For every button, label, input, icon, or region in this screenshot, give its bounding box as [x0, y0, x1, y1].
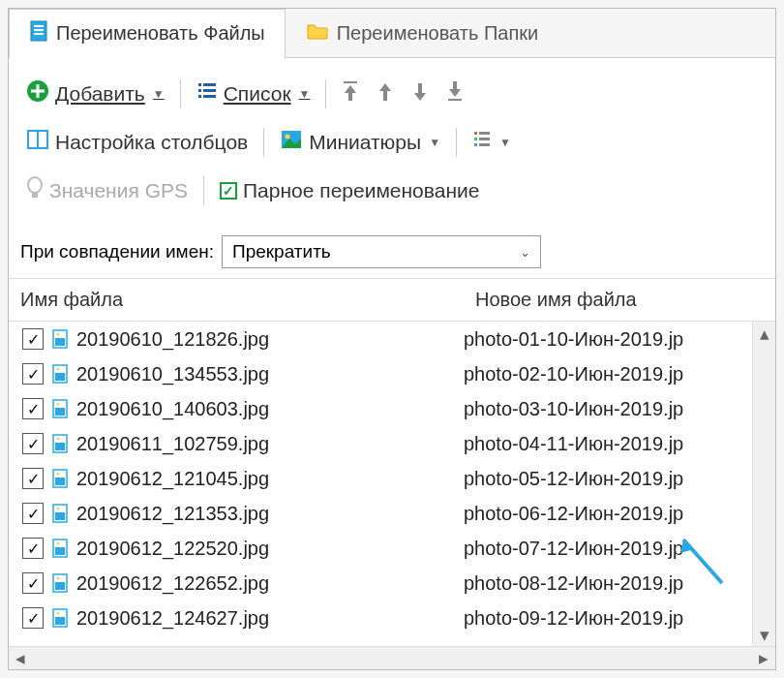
- image-icon: [280, 129, 303, 155]
- svg-point-32: [57, 368, 60, 371]
- separator: [263, 128, 264, 157]
- table-row[interactable]: ✓20190611_102759.jpgphoto-04-11-Июн-2019…: [9, 426, 775, 461]
- file-icon: [29, 19, 48, 47]
- svg-rect-31: [55, 373, 65, 381]
- sort-options-button[interactable]: ▼: [467, 125, 517, 159]
- filename-cell: 20190610_121826.jpg: [76, 328, 464, 351]
- toolbar: Добавить ▼ Список ▼: [9, 58, 775, 226]
- filename-cell: 20190612_121045.jpg: [76, 468, 464, 490]
- table-row[interactable]: ✓20190610_134553.jpgphoto-02-10-Июн-2019…: [9, 356, 775, 391]
- add-label: Добавить: [55, 82, 145, 106]
- columns-icon: [26, 129, 49, 155]
- horizontal-scrollbar[interactable]: ◂ ▸: [9, 646, 775, 669]
- scroll-track[interactable]: [753, 345, 775, 623]
- table-row[interactable]: ✓20190612_121353.jpgphoto-06-12-Июн-2019…: [9, 496, 775, 531]
- filename-cell: 20190610_140603.jpg: [76, 398, 464, 420]
- newname-cell: photo-03-10-Июн-2019.jp: [464, 398, 683, 420]
- chevron-down-icon: ▼: [153, 87, 165, 101]
- list-header: Имя файла Новое имя файла: [9, 279, 775, 322]
- bulb-icon: [26, 176, 44, 204]
- move-bottom-button[interactable]: [440, 76, 469, 111]
- collision-value: Прекратить: [232, 241, 331, 262]
- plus-circle-icon: [26, 79, 49, 108]
- svg-rect-8: [203, 83, 216, 86]
- filename-cell: 20190612_122652.jpg: [76, 572, 464, 595]
- row-checkbox[interactable]: ✓: [22, 572, 44, 594]
- filename-cell: 20190612_121353.jpg: [76, 503, 464, 525]
- svg-rect-14: [448, 99, 462, 101]
- image-file-icon: [51, 398, 69, 419]
- row-checkbox[interactable]: ✓: [22, 328, 44, 350]
- move-up-button[interactable]: [371, 76, 400, 111]
- table-row[interactable]: ✓20190612_122652.jpgphoto-08-12-Июн-2019…: [9, 566, 775, 601]
- svg-rect-40: [55, 478, 65, 485]
- arrow-up-icon: [377, 79, 394, 108]
- newname-cell: photo-01-10-Июн-2019.jp: [464, 328, 683, 351]
- table-row[interactable]: ✓20190610_140603.jpgphoto-03-10-Июн-2019…: [9, 391, 775, 426]
- row-checkbox[interactable]: ✓: [22, 503, 44, 524]
- header-filename[interactable]: Имя файла: [9, 279, 464, 321]
- table-row[interactable]: ✓20190612_121045.jpgphoto-05-12-Июн-2019…: [9, 461, 775, 496]
- svg-point-25: [28, 177, 42, 193]
- image-file-icon: [51, 538, 69, 559]
- image-file-icon: [51, 572, 69, 594]
- tab-files-label: Переименовать Файлы: [56, 22, 265, 45]
- scroll-track[interactable]: [32, 647, 752, 669]
- svg-rect-34: [55, 408, 65, 416]
- header-newname[interactable]: Новое имя файла: [464, 279, 775, 321]
- folder-icon: [306, 21, 329, 46]
- collision-combo[interactable]: Прекратить ⌄: [222, 235, 541, 268]
- row-checkbox[interactable]: ✓: [22, 433, 44, 454]
- scroll-up-icon[interactable]: ▴: [753, 322, 775, 345]
- svg-rect-43: [55, 512, 65, 520]
- newname-cell: photo-07-12-Июн-2019.jp: [464, 538, 683, 560]
- separator: [180, 79, 181, 108]
- row-checkbox[interactable]: ✓: [22, 538, 44, 559]
- collision-row: При совпадении имен: Прекратить ⌄: [9, 226, 775, 278]
- list-label: Список: [224, 82, 291, 106]
- add-button[interactable]: Добавить ▼: [20, 76, 170, 111]
- filename-cell: 20190610_134553.jpg: [76, 363, 464, 385]
- row-checkbox[interactable]: ✓: [22, 468, 44, 489]
- chevron-down-icon: ▼: [499, 136, 511, 149]
- svg-rect-1: [34, 25, 44, 27]
- svg-rect-22: [479, 138, 490, 140]
- svg-rect-20: [479, 132, 490, 135]
- chevron-down-icon: ▼: [299, 87, 311, 101]
- row-checkbox[interactable]: ✓: [22, 363, 44, 385]
- scroll-right-icon[interactable]: ▸: [752, 647, 775, 669]
- table-row[interactable]: ✓20190610_121826.jpgphoto-01-10-Июн-2019…: [9, 322, 775, 356]
- newname-cell: photo-05-12-Июн-2019.jp: [464, 468, 683, 490]
- columns-label: Настройка столбцов: [55, 131, 248, 154]
- columns-button[interactable]: Настройка столбцов: [20, 125, 254, 159]
- thumbnails-label: Миниатюры: [309, 131, 421, 154]
- move-down-button[interactable]: [406, 76, 435, 111]
- separator: [203, 176, 204, 205]
- svg-rect-19: [474, 132, 477, 135]
- file-list: Имя файла Новое имя файла ✓20190610_1218…: [9, 278, 775, 669]
- row-checkbox[interactable]: ✓: [22, 398, 44, 419]
- scroll-down-icon[interactable]: ▾: [753, 623, 775, 646]
- thumbnails-button[interactable]: Миниатюры ▼: [274, 125, 446, 159]
- move-top-button[interactable]: [336, 76, 365, 111]
- newname-cell: photo-08-12-Июн-2019.jp: [464, 572, 683, 595]
- svg-rect-6: [31, 90, 45, 93]
- tab-rename-folders[interactable]: Переименовать Папки: [286, 9, 558, 57]
- newname-cell: photo-09-12-Июн-2019.jp: [464, 607, 683, 630]
- arrow-top-icon: [342, 79, 359, 108]
- newname-cell: photo-04-11-Июн-2019.jp: [464, 433, 683, 455]
- table-row[interactable]: ✓20190612_122520.jpgphoto-07-12-Июн-2019…: [9, 531, 775, 566]
- table-row[interactable]: ✓20190612_124627.jpgphoto-09-12-Июн-2019…: [9, 601, 775, 635]
- svg-rect-11: [198, 95, 201, 98]
- svg-point-18: [286, 135, 290, 139]
- row-checkbox[interactable]: ✓: [22, 607, 44, 629]
- vertical-scrollbar[interactable]: ▴ ▾: [752, 322, 775, 646]
- arrow-down-icon: [411, 79, 429, 108]
- separator: [456, 128, 457, 157]
- paired-rename-toggle[interactable]: ✓ Парное переименование: [214, 175, 485, 206]
- svg-rect-21: [474, 138, 477, 140]
- tab-rename-files[interactable]: Переименовать Файлы: [9, 9, 286, 58]
- scroll-left-icon[interactable]: ◂: [9, 647, 32, 669]
- paired-label: Парное переименование: [243, 179, 479, 202]
- list-button[interactable]: Список ▼: [191, 77, 317, 110]
